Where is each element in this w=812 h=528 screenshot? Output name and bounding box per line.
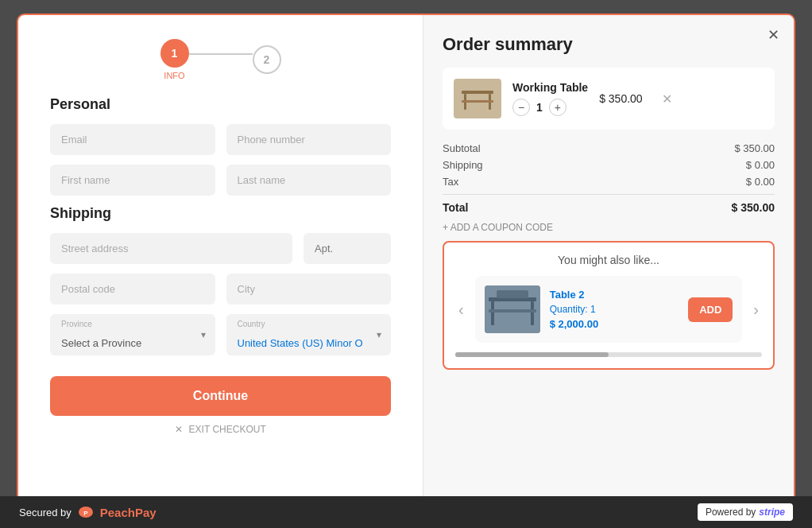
step-2-wrapper: 2	[253, 45, 281, 74]
step-1-wrapper: 1 INFO	[160, 39, 189, 80]
close-button[interactable]: ✕	[768, 26, 779, 44]
province-label: Province	[61, 320, 92, 328]
product-name: Working Table	[512, 81, 588, 94]
subtotal-row: Subtotal $ 350.00	[443, 142, 775, 154]
upsell-qty-value: 1	[590, 304, 596, 315]
svg-rect-7	[491, 301, 494, 325]
svg-rect-10	[497, 290, 528, 298]
upsell-prev-button[interactable]: ‹	[455, 297, 467, 322]
province-wrapper[interactable]: Province Select a Province ▾	[50, 314, 215, 355]
remove-product-button[interactable]: ✕	[662, 91, 672, 107]
checkout-modal: 1 INFO 2 Personal	[17, 14, 795, 514]
totals-divider	[443, 194, 775, 195]
tax-row: Tax $ 0.00	[443, 176, 775, 188]
upsell-product-name: Table 2	[550, 289, 679, 301]
upsell-scrollbar[interactable]	[455, 352, 762, 357]
svg-rect-8	[531, 301, 534, 325]
personal-row-2	[50, 165, 391, 196]
tax-label: Tax	[443, 176, 458, 188]
lastname-field[interactable]	[226, 165, 392, 196]
overlay: 1 INFO 2 Personal	[0, 0, 812, 528]
shipping-row-1	[50, 233, 391, 264]
svg-rect-0	[458, 83, 497, 115]
product-image	[454, 79, 501, 118]
footer-right: Powered by stripe	[698, 503, 793, 521]
shipping-value: $ 0.00	[746, 159, 775, 171]
footer: Secured by P PeachPay Powered by stripe	[0, 496, 812, 528]
upsell-info: Table 2 Quantity: 1 $ 2,000.00	[550, 289, 679, 330]
footer-powered-label: Powered by	[706, 507, 756, 518]
order-summary-title: Order summary	[443, 34, 775, 55]
upsell-title: You might also like...	[455, 254, 762, 266]
postal-field[interactable]	[50, 274, 215, 305]
exit-label: EXIT CHECKOUT	[189, 424, 266, 435]
personal-heading: Personal	[50, 96, 391, 113]
apt-field[interactable]	[304, 233, 391, 264]
footer-left: Secured by P PeachPay	[19, 506, 157, 519]
svg-text:P: P	[83, 510, 88, 517]
footer-brand: PeachPay	[100, 506, 157, 519]
upsell-qty-row: Quantity: 1	[550, 304, 679, 315]
right-panel: ✕ Order summary Working Table −	[423, 15, 794, 513]
stepper: 1 INFO 2	[50, 39, 391, 80]
shipping-row: Shipping $ 0.00	[443, 159, 775, 171]
qty-increase-button[interactable]: +	[549, 99, 566, 116]
city-field[interactable]	[226, 274, 392, 305]
qty-control: − 1 +	[512, 99, 588, 116]
country-label: Country	[238, 320, 265, 328]
svg-rect-4	[462, 100, 493, 103]
peachpay-icon: P	[78, 506, 94, 518]
step-line	[189, 53, 253, 55]
step-1-label: INFO	[164, 71, 184, 80]
step-2-circle[interactable]: 2	[253, 45, 281, 74]
step-1-number: 1	[172, 47, 178, 60]
country-wrapper[interactable]: Country United States (US) Minor O ▾	[226, 314, 392, 355]
upsell-add-button[interactable]: ADD	[688, 297, 733, 322]
upsell-card: Table 2 Quantity: 1 $ 2,000.00 ADD	[475, 276, 743, 343]
total-value: $ 350.00	[732, 201, 775, 214]
country-value: United States (US) Minor O	[238, 337, 363, 349]
shipping-row-3: Province Select a Province ▾ Country Uni…	[50, 314, 391, 355]
upsell-qty-label: Quantity:	[550, 304, 588, 315]
firstname-field[interactable]	[50, 165, 215, 196]
province-value: Select a Province	[61, 337, 141, 349]
tax-value: $ 0.00	[746, 176, 775, 188]
svg-rect-9	[489, 309, 536, 313]
shipping-row-2	[50, 274, 391, 305]
upsell-product-image	[485, 285, 540, 333]
qty-decrease-button[interactable]: −	[512, 99, 530, 116]
country-arrow-icon: ▾	[377, 329, 381, 340]
subtotal-value: $ 350.00	[734, 142, 775, 154]
personal-row-1	[50, 124, 391, 155]
subtotal-label: Subtotal	[443, 142, 481, 154]
footer-secured-label: Secured by	[19, 507, 72, 518]
coupon-link[interactable]: + ADD A COUPON CODE	[443, 222, 775, 233]
shipping-label: Shipping	[443, 159, 483, 171]
email-field[interactable]	[50, 124, 215, 155]
product-price: $ 350.00	[599, 92, 643, 105]
upsell-price: $ 2,000.00	[550, 318, 679, 330]
continue-button[interactable]: Continue	[50, 376, 391, 416]
qty-value: 1	[536, 101, 543, 114]
left-panel: 1 INFO 2 Personal	[18, 15, 423, 513]
step-1-circle[interactable]: 1	[160, 39, 189, 68]
upsell-scrollbar-thumb	[455, 352, 609, 357]
exit-checkout-link[interactable]: ✕ EXIT CHECKOUT	[50, 424, 391, 435]
total-label: Total	[443, 201, 468, 214]
product-info: Working Table − 1 +	[512, 81, 588, 116]
upsell-next-button[interactable]: ›	[750, 297, 762, 322]
exit-icon: ✕	[175, 424, 183, 435]
step-2-number: 2	[264, 53, 270, 66]
stripe-label: stripe	[759, 507, 785, 518]
svg-rect-1	[462, 91, 493, 94]
province-arrow-icon: ▾	[201, 329, 206, 340]
phone-field[interactable]	[226, 124, 392, 155]
product-card: Working Table − 1 + $ 350.00 ✕	[443, 68, 775, 130]
upsell-box: You might also like... ‹	[443, 241, 775, 370]
shipping-heading: Shipping	[50, 205, 391, 222]
street-field[interactable]	[50, 233, 292, 264]
upsell-inner: ‹ Ta	[455, 276, 762, 343]
total-row: Total $ 350.00	[443, 201, 775, 214]
